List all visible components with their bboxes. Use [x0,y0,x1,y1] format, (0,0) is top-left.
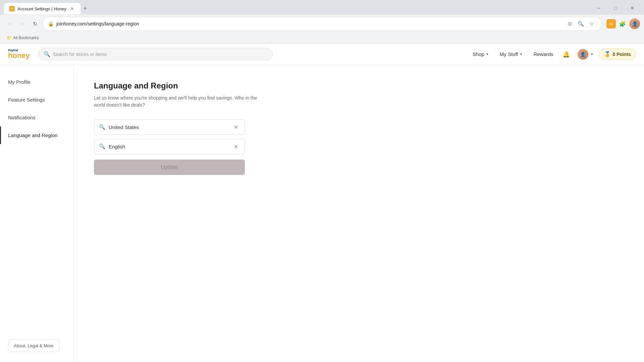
search-placeholder: Search for stores or items [53,52,107,57]
url-text: joinhoney.com/settings/language-region [56,21,562,26]
navigation-bar: ← → ↻ 🔒 joinhoney.com/settings/language-… [0,15,644,33]
honey-logo[interactable]: PayPal honey [8,49,30,59]
app-container: PayPal honey 🔍 Search for stores or item… [0,44,644,362]
sidebar-item-language-region[interactable]: Language and Region [0,126,73,144]
main-layout: My Profile Feature Settings Notification… [0,65,644,362]
my-stuff-nav-item[interactable]: My Stuff ▼ [496,49,527,60]
honey-extension-button[interactable]: H [606,19,616,28]
language-field[interactable]: 🔍 English ✕ [94,139,245,154]
zoom-button[interactable]: 🔍 [576,19,585,28]
country-value: United States [109,124,228,130]
minimize-button[interactable]: ─ [591,3,606,13]
my-stuff-chevron-icon: ▼ [520,52,523,56]
user-avatar: 👤 [578,49,588,60]
search-bar[interactable]: 🔍 Search for stores or items [38,48,273,60]
app-header: PayPal honey 🔍 Search for stores or item… [0,44,644,65]
language-clear-button[interactable]: ✕ [232,142,240,150]
close-button[interactable]: ✕ [625,3,640,13]
window-controls: ─ □ ✕ [591,3,640,13]
sidebar-item-my-profile[interactable]: My Profile [0,73,73,91]
points-button[interactable]: 🏅 0 Points [599,49,636,60]
update-button[interactable]: Update [94,160,245,175]
tab-bar-area: H Account Settings | Honey ✕ + ─ □ ✕ [0,0,644,15]
refresh-button[interactable]: ↻ [30,18,40,29]
search-icon: 🔍 [44,51,50,57]
shop-chevron-icon: ▼ [486,52,489,56]
language-value: English [109,144,228,149]
bookmark-button[interactable]: ☆ [587,19,596,28]
country-field[interactable]: 🔍 United States ✕ [94,119,245,135]
sidebar: My Profile Feature Settings Notification… [0,65,74,362]
tab-bar: H Account Settings | Honey ✕ + [4,3,588,14]
notifications-bell-button[interactable]: 🔔 [560,48,572,60]
honey-coin-icon: 🏅 [604,51,611,57]
back-button[interactable]: ← [4,18,15,29]
sidebar-item-notifications[interactable]: Notifications [0,109,73,126]
forward-button[interactable]: → [17,18,28,29]
user-account-button[interactable]: 👤 ▼ [575,48,596,61]
bookmarks-bar: 📁 All Bookmarks [0,33,644,43]
shop-nav-item[interactable]: Shop ▼ [469,49,493,60]
page-subtitle: Let us know where you're shopping and we… [94,95,262,109]
address-bar-icons: ⊙ 🔍 ☆ [565,19,596,28]
browser-chrome: H Account Settings | Honey ✕ + ─ □ ✕ [0,0,644,44]
header-nav: Shop ▼ My Stuff ▼ Rewards 🔔 👤 ▼ 🏅 0 Poin… [469,48,636,61]
bookmarks-folder-icon: 📁 [7,36,12,40]
rewards-nav-item[interactable]: Rewards [529,49,557,60]
honey-label: honey [8,52,30,59]
sidebar-nav: My Profile Feature Settings Notification… [0,73,73,334]
sidebar-item-feature-settings[interactable]: Feature Settings [0,91,73,109]
active-tab[interactable]: H Account Settings | Honey ✕ [4,3,80,14]
tab-title: Account Settings | Honey [17,6,66,11]
address-bar[interactable]: 🔒 joinhoney.com/settings/language-region… [42,17,602,31]
country-clear-button[interactable]: ✕ [232,123,240,131]
about-legal-more-button[interactable]: About, Legal & More [8,340,59,352]
language-search-icon: 🔍 [99,143,105,149]
maximize-button[interactable]: □ [608,3,623,13]
tab-close-button[interactable]: ✕ [69,6,75,12]
extensions-button[interactable]: 🧩 [617,18,628,29]
browser-profile-button[interactable]: 👤 [629,18,640,29]
all-bookmarks-button[interactable]: 📁 All Bookmarks [4,34,42,42]
page-content: Language and Region Let us know where yo… [74,65,644,362]
browser-extensions: H 🧩 👤 [606,18,640,29]
settings-form: 🔍 United States ✕ 🔍 English ✕ Upda [94,119,245,175]
reader-mode-button[interactable]: ⊙ [565,19,575,28]
lock-icon: 🔒 [48,21,54,26]
page-title: Language and Region [94,81,624,90]
sidebar-footer: About, Legal & More [0,334,73,357]
country-search-icon: 🔍 [99,124,105,130]
user-chevron-icon: ▼ [590,52,594,56]
new-tab-button[interactable]: + [80,4,90,13]
tab-favicon: H [9,6,15,11]
